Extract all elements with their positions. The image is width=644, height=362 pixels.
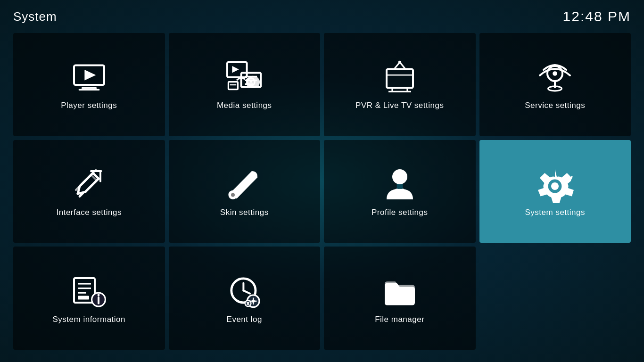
- svg-rect-13: [229, 82, 238, 90]
- tile-media-settings[interactable]: Media settings: [169, 33, 321, 136]
- media-icon: [225, 58, 263, 96]
- svg-point-53: [97, 294, 99, 296]
- svg-line-36: [76, 170, 96, 190]
- profile-icon: [381, 165, 419, 203]
- svg-rect-2: [82, 87, 97, 89]
- tile-label-media-settings: Media settings: [217, 101, 272, 110]
- eventlog-icon: [225, 272, 263, 310]
- tile-label-event-log: Event log: [227, 315, 262, 324]
- svg-rect-51: [78, 296, 89, 299]
- svg-point-62: [252, 299, 255, 302]
- tile-label-file-manager: File manager: [375, 315, 424, 324]
- tile-pvr-settings[interactable]: PVR & Live TV settings: [324, 33, 476, 136]
- tile-label-system-settings: System settings: [525, 208, 586, 217]
- svg-rect-41: [395, 189, 398, 195]
- tile-label-interface-settings: Interface settings: [57, 208, 122, 217]
- service-icon: [536, 58, 574, 96]
- svg-point-39: [392, 169, 407, 184]
- system-icon: [536, 165, 574, 203]
- svg-point-24: [553, 72, 557, 76]
- svg-rect-42: [401, 189, 404, 195]
- svg-marker-1: [84, 70, 96, 80]
- player-icon: [70, 58, 108, 96]
- information-icon: [70, 272, 108, 310]
- header: System 12:48 PM: [0, 0, 644, 29]
- svg-line-57: [244, 290, 250, 293]
- clock: 12:48 PM: [563, 8, 631, 25]
- tile-label-profile-settings: Profile settings: [372, 208, 428, 217]
- tile-profile-settings[interactable]: Profile settings: [324, 140, 476, 243]
- tile-file-manager[interactable]: File manager: [324, 247, 476, 350]
- settings-grid: Player settings Media settings: [0, 29, 644, 359]
- svg-point-26: [548, 87, 562, 91]
- tile-label-system-information: System information: [53, 315, 126, 324]
- tile-event-log[interactable]: Event log: [169, 247, 321, 350]
- skin-icon: [225, 165, 263, 203]
- empty-slot: [479, 247, 631, 350]
- svg-point-19: [398, 61, 401, 64]
- filemanager-icon: [381, 272, 419, 310]
- tile-player-settings[interactable]: Player settings: [13, 33, 165, 136]
- svg-rect-15: [387, 69, 413, 88]
- tile-skin-settings[interactable]: Skin settings: [169, 140, 321, 243]
- tile-label-skin-settings: Skin settings: [220, 208, 269, 217]
- tile-label-service-settings: Service settings: [525, 101, 585, 110]
- app-title: System: [13, 9, 57, 24]
- tile-system-information[interactable]: System information: [13, 247, 165, 350]
- svg-rect-40: [396, 184, 403, 189]
- tile-label-pvr-settings: PVR & Live TV settings: [355, 101, 444, 110]
- tile-system-settings[interactable]: System settings: [479, 140, 631, 243]
- svg-rect-3: [78, 89, 99, 90]
- tile-label-player-settings: Player settings: [61, 101, 117, 110]
- tile-interface-settings[interactable]: Interface settings: [13, 140, 165, 243]
- svg-point-44: [551, 182, 559, 190]
- svg-point-38: [231, 193, 235, 197]
- pvr-icon: [381, 58, 419, 96]
- tile-service-settings[interactable]: Service settings: [479, 33, 631, 136]
- interface-icon: [70, 165, 108, 203]
- svg-point-12: [250, 81, 252, 83]
